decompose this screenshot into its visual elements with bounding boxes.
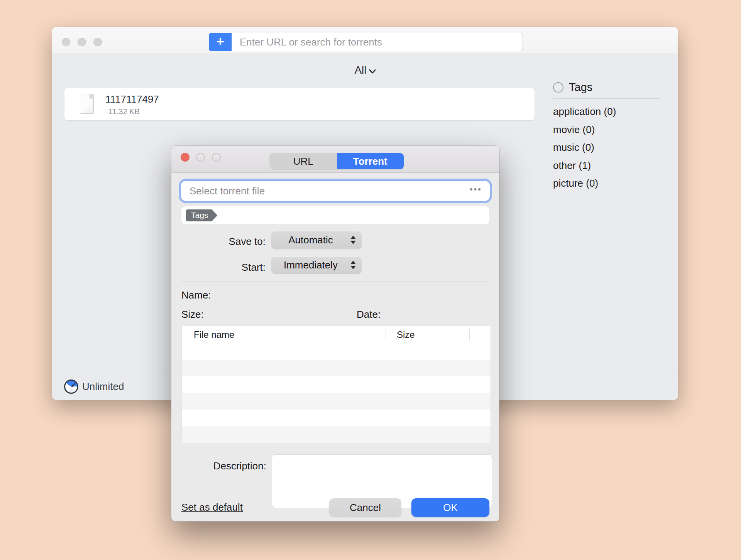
files-table-header: File name Size — [182, 326, 491, 343]
file-icon — [80, 94, 94, 114]
tag-item-movie[interactable]: movie (0) — [553, 121, 660, 139]
close-button[interactable] — [62, 38, 70, 46]
close-button[interactable] — [181, 153, 189, 162]
torrent-file-input[interactable] — [181, 181, 467, 201]
torrent-list-item[interactable]: 1117117497 11.32 KB — [64, 88, 535, 120]
torrent-size: 11.32 KB — [108, 107, 140, 116]
add-torrent-dialog: URL Torrent ••• Tags Save to: Automatic … — [171, 146, 499, 521]
popup-chevrons-icon — [350, 236, 356, 244]
column-extra — [469, 329, 491, 341]
start-value: Immediately — [284, 259, 338, 271]
files-table-body — [182, 343, 491, 443]
set-as-default-link[interactable]: Set as default — [181, 501, 243, 513]
zoom-button[interactable] — [93, 38, 102, 46]
main-titlebar: + — [52, 27, 678, 54]
filter-dropdown[interactable]: All — [354, 64, 376, 76]
tags-circle-icon — [553, 82, 563, 93]
minimize-button[interactable] — [196, 153, 205, 162]
tags-panel-title: Tags — [569, 81, 592, 94]
speed-limit-icon[interactable] — [64, 380, 78, 394]
minimize-button[interactable] — [78, 38, 86, 46]
column-file-name[interactable]: File name — [182, 329, 386, 340]
chevron-down-icon — [369, 69, 376, 74]
start-popup[interactable]: Immediately — [271, 256, 362, 273]
tab-torrent[interactable]: Torrent — [337, 153, 404, 169]
name-label: Name: — [181, 289, 211, 301]
files-table: File name Size — [181, 326, 491, 443]
popup-chevrons-icon — [350, 261, 356, 269]
column-size[interactable]: Size — [386, 329, 469, 341]
dialog-titlebar: URL Torrent — [171, 146, 499, 173]
speed-limit-label[interactable]: Unlimited — [82, 381, 124, 393]
source-type-tabs: URL Torrent — [270, 153, 404, 169]
save-to-label: Save to: — [171, 236, 266, 248]
add-torrent-button[interactable]: + — [209, 33, 232, 51]
torrent-file-field: ••• — [181, 180, 490, 201]
desktop: + All 1117117497 11.32 KB Tags a — [0, 0, 741, 560]
dialog-tags-field[interactable]: Tags — [181, 206, 489, 224]
tags-header[interactable]: Tags — [553, 81, 660, 99]
cancel-button[interactable]: Cancel — [329, 498, 401, 517]
tags-panel: Tags application (0) movie (0) music (0)… — [553, 81, 660, 192]
save-to-value: Automatic — [288, 234, 333, 246]
filter-label: All — [354, 64, 366, 76]
zoom-button[interactable] — [212, 153, 221, 162]
search-input[interactable] — [232, 33, 523, 51]
ok-button[interactable]: OK — [411, 498, 489, 517]
tags-list: application (0) movie (0) music (0) othe… — [553, 103, 660, 192]
size-label: Size: — [181, 309, 204, 320]
tab-url[interactable]: URL — [270, 153, 337, 169]
start-label: Start: — [171, 261, 266, 273]
tag-item-picture[interactable]: picture (0) — [553, 174, 660, 192]
tag-item-application[interactable]: application (0) — [553, 103, 660, 121]
tag-item-music[interactable]: music (0) — [553, 138, 660, 157]
date-label: Date: — [357, 309, 381, 320]
divider — [181, 282, 490, 282]
browse-ellipsis-button[interactable]: ••• — [467, 184, 490, 197]
search-bar: + — [209, 33, 523, 51]
tags-badge: Tags — [186, 209, 217, 221]
tag-item-other[interactable]: other (1) — [553, 157, 660, 175]
description-label: Description: — [171, 460, 266, 472]
torrent-name: 1117117497 — [105, 93, 159, 105]
save-to-popup[interactable]: Automatic — [271, 231, 362, 249]
